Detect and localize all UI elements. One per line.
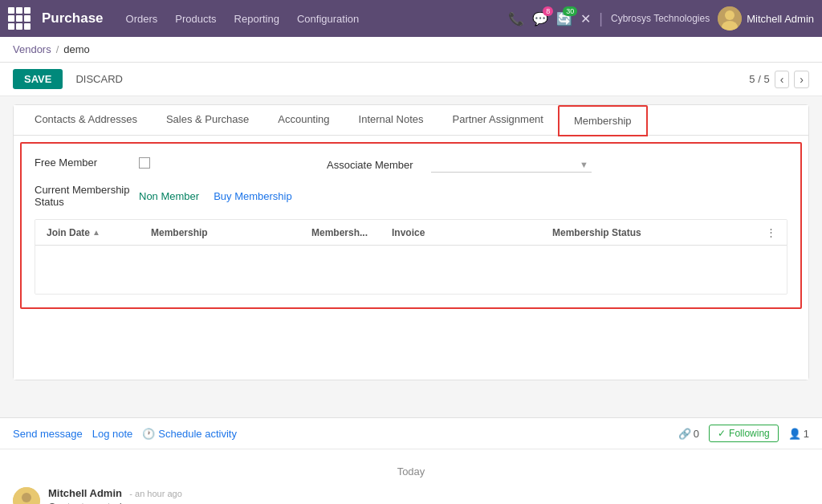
- chat-area: Today Mitchell Admin - an hour ago Conta…: [0, 449, 822, 504]
- checkmark-icon: ✓: [718, 428, 726, 439]
- messages-icon[interactable]: 💬 8: [532, 11, 548, 26]
- clock-icon[interactable]: 🔄 30: [556, 11, 572, 26]
- associate-member-field: Associate Member ▼: [327, 156, 787, 173]
- link-icon: 🔗: [678, 428, 691, 440]
- breadcrumb-parent[interactable]: Vendors: [13, 43, 51, 55]
- tab-internal-notes[interactable]: Internal Notes: [344, 105, 438, 136]
- next-page-button[interactable]: ›: [794, 71, 809, 88]
- today-divider: Today: [13, 465, 809, 478]
- associate-member-select[interactable]: ▼: [431, 156, 592, 173]
- discard-button[interactable]: DISCARD: [69, 69, 129, 89]
- tab-contacts-addresses[interactable]: Contacts & Addresses: [20, 105, 152, 136]
- chat-avatar: [13, 487, 40, 504]
- following-button[interactable]: ✓ Following: [709, 425, 779, 442]
- sort-icon: ▲: [92, 228, 100, 237]
- phone-icon[interactable]: 📞: [508, 11, 524, 26]
- tab-sales-purchase[interactable]: Sales & Purchase: [152, 105, 263, 136]
- free-member-label: Free Member: [35, 156, 131, 169]
- nav-orders[interactable]: Orders: [118, 8, 166, 30]
- form-card: Contacts & Addresses Sales & Purchase Ac…: [13, 104, 809, 380]
- chat-text: Contact created.: [48, 501, 809, 504]
- current-status-label: Current Membership Status: [35, 184, 131, 208]
- user-profile[interactable]: Mitchell Admin: [718, 6, 814, 30]
- tab-partner-assignment[interactable]: Partner Assignment: [438, 105, 558, 136]
- page-count: 5 / 5: [749, 73, 769, 85]
- buy-membership-link[interactable]: Buy Membership: [214, 190, 292, 202]
- free-member-field: Free Member: [35, 156, 307, 169]
- chat-author: Mitchell Admin: [48, 487, 122, 499]
- main-content: Contacts & Addresses Sales & Purchase Ac…: [0, 96, 822, 417]
- breadcrumb-separator: /: [56, 43, 59, 55]
- svg-point-1: [725, 10, 735, 20]
- chat-meta: Mitchell Admin - an hour ago: [48, 487, 809, 499]
- link-count[interactable]: 🔗 0: [678, 428, 699, 440]
- field-row-free-member: Free Member Associate Member ▼: [35, 156, 787, 173]
- follower-count[interactable]: 👤 1: [788, 428, 809, 440]
- separator: |: [599, 10, 603, 27]
- company-name: Cybrosys Technologies: [611, 13, 710, 24]
- nav-menu: Orders Products Reporting Configuration: [118, 8, 368, 30]
- non-member-status[interactable]: Non Member: [139, 190, 199, 202]
- save-button[interactable]: SAVE: [13, 69, 63, 89]
- send-message-button[interactable]: Send message: [13, 428, 83, 440]
- chat-message: Mitchell Admin - an hour ago Contact cre…: [13, 487, 809, 504]
- membership-header[interactable]: Membership: [146, 221, 307, 245]
- table-body: [35, 246, 787, 294]
- field-row-membership-status: Current Membership Status Non Member Buy…: [35, 184, 787, 208]
- invoice-header[interactable]: Invoice: [387, 221, 547, 245]
- table-options-button[interactable]: ⋮: [761, 220, 780, 245]
- membership-panel: Free Member Associate Member ▼ Current M…: [20, 142, 802, 309]
- app-brand: Purchase: [42, 10, 104, 26]
- user-avatar: [718, 6, 742, 30]
- breadcrumb-current: demo: [63, 43, 90, 55]
- pagination-info: 5 / 5 ‹ ›: [749, 71, 809, 88]
- action-bar: SAVE DISCARD 5 / 5 ‹ ›: [0, 63, 822, 96]
- messages-badge: 8: [543, 6, 553, 16]
- nav-configuration[interactable]: Configuration: [289, 8, 367, 30]
- join-date-header[interactable]: Join Date ▲: [42, 221, 146, 245]
- schedule-activity-button[interactable]: 🕐 Schedule activity: [142, 428, 237, 440]
- top-icons-group: 📞 💬 8 🔄 30 ✕ | Cybrosys Technologies Mit…: [508, 6, 814, 30]
- tab-accounting[interactable]: Accounting: [263, 105, 344, 136]
- username: Mitchell Admin: [747, 13, 814, 25]
- breadcrumb: Vendors / demo: [0, 37, 822, 63]
- chat-body: Mitchell Admin - an hour ago Contact cre…: [48, 487, 809, 504]
- membership-short-header[interactable]: Membersh...: [307, 221, 387, 245]
- apps-grid-icon[interactable]: [8, 7, 31, 30]
- table-header: Join Date ▲ Membership Membersh... Invoi…: [35, 220, 787, 246]
- membership-status-header[interactable]: Membership Status: [547, 221, 761, 245]
- close-icon[interactable]: ✕: [580, 11, 591, 26]
- tab-membership[interactable]: Membership: [558, 105, 648, 136]
- prev-page-button[interactable]: ‹: [775, 71, 790, 88]
- clock-badge: 30: [563, 6, 577, 16]
- person-icon: 👤: [788, 428, 801, 440]
- select-arrow-icon: ▼: [580, 160, 588, 169]
- membership-table: Join Date ▲ Membership Membersh... Invoi…: [35, 219, 787, 295]
- nav-products[interactable]: Products: [167, 8, 224, 30]
- top-navigation: Purchase Orders Products Reporting Confi…: [0, 0, 822, 37]
- nav-reporting[interactable]: Reporting: [226, 8, 287, 30]
- bottom-meta: 🔗 0 ✓ Following 👤 1: [678, 425, 809, 442]
- form-spacer: [14, 315, 808, 380]
- log-note-button[interactable]: Log note: [92, 428, 133, 440]
- chat-time: - an hour ago: [129, 489, 181, 498]
- associate-member-label: Associate Member: [327, 159, 423, 171]
- clock-activity-icon: 🕐: [142, 428, 155, 440]
- bottom-toolbar: Send message Log note 🕐 Schedule activit…: [0, 417, 822, 449]
- current-membership-status-field: Current Membership Status Non Member Buy…: [35, 184, 307, 208]
- free-member-checkbox[interactable]: [139, 157, 150, 169]
- svg-point-4: [22, 493, 31, 502]
- tab-bar: Contacts & Addresses Sales & Purchase Ac…: [14, 105, 808, 136]
